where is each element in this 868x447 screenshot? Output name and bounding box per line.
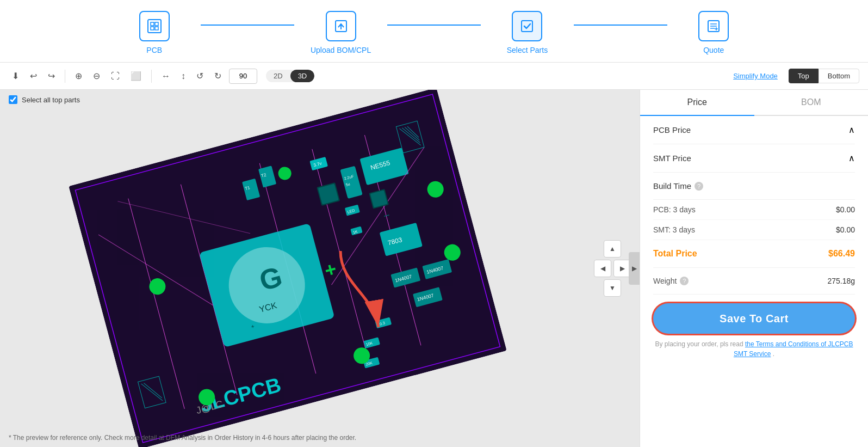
svg-rect-4 (155, 27, 158, 30)
nav-left-btn[interactable]: ◀ (594, 260, 611, 277)
total-price-row: Total Price $66.49 (653, 240, 855, 268)
svg-rect-1 (151, 22, 154, 26)
step-line-2 (387, 25, 480, 26)
tab-price[interactable]: Price (640, 90, 754, 115)
step-line-3 (574, 25, 667, 26)
pcb-days-row: PCB: 3 days $0.00 (653, 200, 855, 220)
nav-up-btn[interactable]: ▲ (604, 240, 621, 258)
pcb-step-label: PCB (146, 46, 162, 54)
select-all-label: Select all top parts (22, 96, 80, 104)
quote-step-icon (698, 11, 729, 41)
select-parts-step-label: Select Parts (507, 46, 548, 54)
build-time-row: Build Time ? (653, 173, 855, 200)
save-cart-section: Save To Cart By placing your order, pls … (640, 295, 868, 363)
rotate-right-btn[interactable]: ↻ (211, 69, 225, 83)
total-price-value: $66.49 (828, 249, 855, 259)
fit-screen-btn[interactable]: ⛶ (108, 69, 123, 83)
svg-rect-7 (522, 21, 532, 32)
mode-switcher: 2D 3D (266, 70, 314, 82)
pcb-days-label: PCB: 3 days (653, 205, 696, 214)
undo-btn[interactable]: ↩ (27, 69, 40, 83)
quote-step-label: Quote (703, 46, 724, 54)
mode-2d-btn[interactable]: 2D (266, 70, 290, 82)
toolbar-sep-2 (151, 70, 152, 83)
smt-price-row: SMT Price ∧ (653, 144, 855, 173)
nav-arrows: ▲ ◀ ▶ ▼ (594, 240, 631, 297)
step-quote[interactable]: Quote (667, 11, 760, 54)
smt-days-row: SMT: 3 days $0.00 (653, 220, 855, 240)
weight-value: 275.18g (827, 277, 855, 285)
svg-rect-3 (151, 27, 154, 30)
panel-tabs: Price BOM (640, 90, 868, 116)
select-all-checkbox[interactable] (9, 95, 17, 104)
pcb-canvas: G YCK + JLCPCB J@LC NE555 7803 (0, 90, 640, 447)
terms-link[interactable]: the Terms and Conditions of JLCPCB SMT S… (734, 340, 853, 358)
mirror-x-btn[interactable]: ↔ (158, 69, 173, 83)
tab-bom[interactable]: BOM (754, 90, 869, 115)
step-upload-bom[interactable]: Upload BOM/CPL (294, 11, 387, 54)
stepper: PCB Upload BOM/CPL Select Parts (0, 0, 868, 63)
rotation-input[interactable]: 90 (229, 69, 257, 84)
pcb-price-label: PCB Price (653, 125, 691, 134)
main-area: Select all top parts (0, 90, 868, 447)
actual-size-btn[interactable]: ⬜ (127, 69, 145, 83)
step-pcb[interactable]: PCB (108, 11, 201, 54)
build-time-help-icon[interactable]: ? (695, 182, 703, 191)
select-all-bar: Select all top parts (9, 95, 80, 104)
zoom-in-btn[interactable]: ⊕ (72, 69, 85, 83)
save-to-cart-button[interactable]: Save To Cart (653, 303, 855, 334)
zoom-out-btn[interactable]: ⊖ (90, 69, 103, 83)
mode-3d-btn[interactable]: 3D (290, 70, 315, 82)
upload-bom-step-icon (326, 11, 356, 41)
pcb-image: G YCK + JLCPCB J@LC NE555 7803 (69, 90, 507, 447)
nav-down-btn[interactable]: ▼ (604, 279, 621, 297)
weight-row: Weight ? 275.18g (653, 268, 855, 295)
rotate-left-btn[interactable]: ↺ (193, 69, 207, 83)
toolbar: ⬇ ↩ ↪ ⊕ ⊖ ⛶ ⬜ ↔ ↕ ↺ ↻ 90 2D 3D Simplify … (0, 63, 868, 90)
step-select-parts[interactable]: Select Parts (481, 11, 574, 54)
select-parts-step-icon (512, 11, 542, 41)
smt-price-label: SMT Price (653, 154, 691, 163)
svg-rect-0 (148, 20, 161, 33)
price-section: PCB Price ∧ SMT Price ∧ Build Time ? (640, 116, 868, 295)
toolbar-sep-1 (65, 70, 65, 83)
pcb-days-value: $0.00 (836, 205, 855, 214)
mirror-y-btn[interactable]: ↕ (178, 69, 189, 83)
redo-btn[interactable]: ↪ (45, 69, 58, 83)
total-price-label: Total Price (653, 249, 697, 259)
pcb-step-icon (139, 11, 170, 41)
download-btn[interactable]: ⬇ (9, 69, 22, 83)
pcb-price-chevron[interactable]: ∧ (848, 125, 855, 135)
top-btn[interactable]: Top (789, 69, 819, 83)
upload-bom-step-label: Upload BOM/CPL (311, 46, 371, 54)
smt-days-value: $0.00 (836, 225, 855, 234)
smt-price-chevron[interactable]: ∧ (848, 153, 855, 163)
collapse-panel-btn[interactable]: ▶ (629, 252, 640, 285)
right-panel: Price BOM PCB Price ∧ SMT Price ∧ (640, 90, 868, 447)
panel-content: PCB Price ∧ SMT Price ∧ Build Time ? (640, 116, 868, 447)
top-bottom-switcher: Top Bottom (789, 69, 859, 83)
svg-rect-2 (155, 22, 158, 26)
canvas-footer: * The preview for reference only. Check … (9, 434, 356, 442)
build-time-label: Build Time ? (653, 181, 703, 191)
terms-text: By placing your order, pls read the Term… (653, 339, 855, 359)
canvas-area: Select all top parts (0, 90, 640, 447)
simplify-mode-btn[interactable]: Simplify Mode (733, 72, 778, 80)
weight-help-icon[interactable]: ? (680, 277, 689, 285)
smt-days-label: SMT: 3 days (653, 225, 695, 234)
weight-label: Weight ? (653, 277, 689, 285)
bottom-btn[interactable]: Bottom (819, 69, 859, 83)
pcb-price-row: PCB Price ∧ (653, 116, 855, 144)
step-line-1 (201, 25, 294, 26)
